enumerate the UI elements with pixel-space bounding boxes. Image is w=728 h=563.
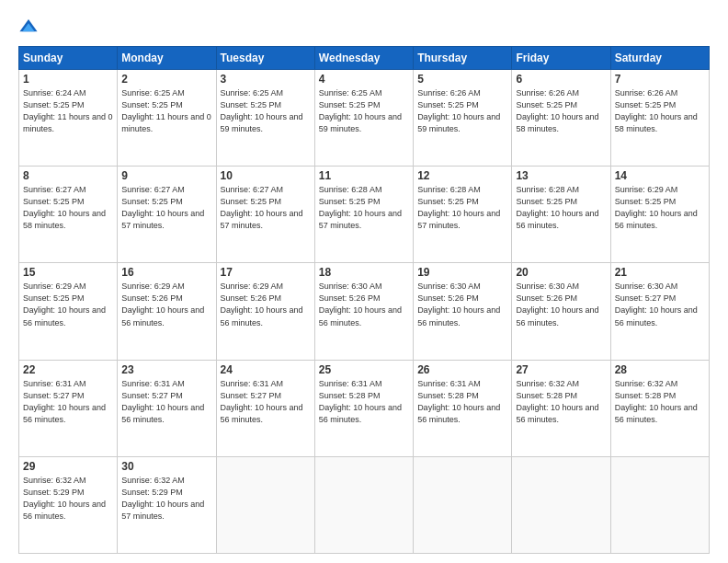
table-row	[512, 456, 610, 553]
table-row: 11Sunrise: 6:28 AMSunset: 5:25 PMDayligh…	[314, 167, 413, 263]
table-row: 18Sunrise: 6:30 AMSunset: 5:26 PMDayligh…	[314, 263, 413, 360]
day-info: Sunrise: 6:25 AMSunset: 5:25 PMDaylight:…	[121, 87, 211, 135]
table-row: 22Sunrise: 6:31 AMSunset: 5:27 PMDayligh…	[19, 360, 118, 456]
logo-icon	[18, 17, 39, 37]
table-row: 20Sunrise: 6:30 AMSunset: 5:26 PMDayligh…	[512, 263, 610, 360]
col-header-saturday: Saturday	[610, 47, 709, 70]
day-info: Sunrise: 6:31 AMSunset: 5:28 PMDaylight:…	[417, 378, 507, 426]
table-row: 10Sunrise: 6:27 AMSunset: 5:25 PMDayligh…	[216, 167, 314, 263]
table-row: 16Sunrise: 6:29 AMSunset: 5:26 PMDayligh…	[118, 263, 216, 360]
day-info: Sunrise: 6:31 AMSunset: 5:28 PMDaylight:…	[319, 378, 409, 426]
table-row: 19Sunrise: 6:30 AMSunset: 5:26 PMDayligh…	[414, 263, 512, 360]
day-info: Sunrise: 6:27 AMSunset: 5:25 PMDaylight:…	[23, 184, 113, 232]
table-row: 6Sunrise: 6:26 AMSunset: 5:25 PMDaylight…	[512, 70, 610, 167]
day-number: 28	[615, 363, 705, 376]
day-info: Sunrise: 6:26 AMSunset: 5:25 PMDaylight:…	[417, 87, 507, 135]
table-row: 3Sunrise: 6:25 AMSunset: 5:25 PMDaylight…	[216, 70, 314, 167]
day-info: Sunrise: 6:32 AMSunset: 5:29 PMDaylight:…	[121, 475, 211, 523]
col-header-sunday: Sunday	[19, 47, 118, 70]
table-row: 1Sunrise: 6:24 AMSunset: 5:25 PMDaylight…	[19, 70, 118, 167]
table-row: 12Sunrise: 6:28 AMSunset: 5:25 PMDayligh…	[414, 167, 512, 263]
day-number: 20	[516, 266, 606, 279]
day-info: Sunrise: 6:32 AMSunset: 5:29 PMDaylight:…	[23, 475, 113, 523]
week-row-5: 29Sunrise: 6:32 AMSunset: 5:29 PMDayligh…	[19, 456, 710, 553]
calendar-table: SundayMondayTuesdayWednesdayThursdayFrid…	[18, 46, 710, 554]
day-number: 1	[23, 73, 113, 86]
table-row: 14Sunrise: 6:29 AMSunset: 5:25 PMDayligh…	[610, 167, 709, 263]
table-row	[314, 456, 413, 553]
table-row: 30Sunrise: 6:32 AMSunset: 5:29 PMDayligh…	[118, 456, 216, 553]
table-row: 9Sunrise: 6:27 AMSunset: 5:25 PMDaylight…	[118, 167, 216, 263]
day-info: Sunrise: 6:29 AMSunset: 5:25 PMDaylight:…	[615, 184, 705, 232]
day-info: Sunrise: 6:28 AMSunset: 5:25 PMDaylight:…	[417, 184, 507, 232]
day-number: 7	[615, 73, 705, 86]
day-number: 26	[417, 363, 507, 376]
day-info: Sunrise: 6:32 AMSunset: 5:28 PMDaylight:…	[516, 378, 606, 426]
day-number: 16	[121, 266, 211, 279]
day-info: Sunrise: 6:27 AMSunset: 5:25 PMDaylight:…	[221, 184, 311, 232]
day-number: 12	[417, 169, 507, 182]
day-number: 8	[23, 169, 113, 182]
day-info: Sunrise: 6:32 AMSunset: 5:28 PMDaylight:…	[615, 378, 705, 426]
day-number: 14	[615, 169, 705, 182]
day-number: 24	[221, 363, 311, 376]
table-row: 21Sunrise: 6:30 AMSunset: 5:27 PMDayligh…	[610, 263, 709, 360]
table-row: 24Sunrise: 6:31 AMSunset: 5:27 PMDayligh…	[216, 360, 314, 456]
day-info: Sunrise: 6:28 AMSunset: 5:25 PMDaylight:…	[516, 184, 606, 232]
header	[18, 17, 710, 37]
table-row	[414, 456, 512, 553]
col-header-friday: Friday	[512, 47, 610, 70]
day-number: 30	[121, 460, 211, 473]
day-number: 2	[121, 73, 211, 86]
day-number: 10	[221, 169, 311, 182]
table-row	[216, 456, 314, 553]
day-number: 9	[121, 169, 211, 182]
day-info: Sunrise: 6:28 AMSunset: 5:25 PMDaylight:…	[319, 184, 409, 232]
day-number: 23	[121, 363, 211, 376]
day-info: Sunrise: 6:26 AMSunset: 5:25 PMDaylight:…	[516, 87, 606, 135]
day-info: Sunrise: 6:30 AMSunset: 5:26 PMDaylight:…	[516, 281, 606, 328]
table-row: 15Sunrise: 6:29 AMSunset: 5:25 PMDayligh…	[19, 263, 118, 360]
day-number: 18	[319, 266, 409, 279]
table-row: 28Sunrise: 6:32 AMSunset: 5:28 PMDayligh…	[610, 360, 709, 456]
day-info: Sunrise: 6:31 AMSunset: 5:27 PMDaylight:…	[121, 378, 211, 426]
table-row: 23Sunrise: 6:31 AMSunset: 5:27 PMDayligh…	[118, 360, 216, 456]
day-info: Sunrise: 6:25 AMSunset: 5:25 PMDaylight:…	[221, 87, 311, 135]
day-info: Sunrise: 6:29 AMSunset: 5:26 PMDaylight:…	[121, 281, 211, 328]
week-row-4: 22Sunrise: 6:31 AMSunset: 5:27 PMDayligh…	[19, 360, 710, 456]
week-row-1: 1Sunrise: 6:24 AMSunset: 5:25 PMDaylight…	[19, 70, 710, 167]
table-row: 26Sunrise: 6:31 AMSunset: 5:28 PMDayligh…	[414, 360, 512, 456]
table-row: 13Sunrise: 6:28 AMSunset: 5:25 PMDayligh…	[512, 167, 610, 263]
col-header-monday: Monday	[118, 47, 216, 70]
day-number: 29	[23, 460, 113, 473]
logo	[18, 17, 42, 37]
table-row: 5Sunrise: 6:26 AMSunset: 5:25 PMDaylight…	[414, 70, 512, 167]
day-number: 5	[417, 73, 507, 86]
table-row: 27Sunrise: 6:32 AMSunset: 5:28 PMDayligh…	[512, 360, 610, 456]
day-number: 22	[23, 363, 113, 376]
day-number: 6	[516, 73, 606, 86]
day-info: Sunrise: 6:25 AMSunset: 5:25 PMDaylight:…	[319, 87, 409, 135]
col-header-wednesday: Wednesday	[314, 47, 413, 70]
week-row-3: 15Sunrise: 6:29 AMSunset: 5:25 PMDayligh…	[19, 263, 710, 360]
day-info: Sunrise: 6:31 AMSunset: 5:27 PMDaylight:…	[221, 378, 311, 426]
table-row: 4Sunrise: 6:25 AMSunset: 5:25 PMDaylight…	[314, 70, 413, 167]
table-row: 8Sunrise: 6:27 AMSunset: 5:25 PMDaylight…	[19, 167, 118, 263]
page: SundayMondayTuesdayWednesdayThursdayFrid…	[0, 0, 728, 563]
table-row: 25Sunrise: 6:31 AMSunset: 5:28 PMDayligh…	[314, 360, 413, 456]
day-number: 15	[23, 266, 113, 279]
day-number: 27	[516, 363, 606, 376]
day-info: Sunrise: 6:31 AMSunset: 5:27 PMDaylight:…	[23, 378, 113, 426]
day-info: Sunrise: 6:29 AMSunset: 5:26 PMDaylight:…	[221, 281, 311, 328]
table-row	[610, 456, 709, 553]
table-row: 2Sunrise: 6:25 AMSunset: 5:25 PMDaylight…	[118, 70, 216, 167]
day-info: Sunrise: 6:24 AMSunset: 5:25 PMDaylight:…	[23, 87, 113, 135]
col-header-thursday: Thursday	[414, 47, 512, 70]
table-row: 17Sunrise: 6:29 AMSunset: 5:26 PMDayligh…	[216, 263, 314, 360]
day-number: 13	[516, 169, 606, 182]
day-info: Sunrise: 6:30 AMSunset: 5:26 PMDaylight:…	[319, 281, 409, 328]
day-info: Sunrise: 6:29 AMSunset: 5:25 PMDaylight:…	[23, 281, 113, 328]
day-info: Sunrise: 6:27 AMSunset: 5:25 PMDaylight:…	[121, 184, 211, 232]
day-info: Sunrise: 6:30 AMSunset: 5:27 PMDaylight:…	[615, 281, 705, 328]
day-info: Sunrise: 6:30 AMSunset: 5:26 PMDaylight:…	[417, 281, 507, 328]
